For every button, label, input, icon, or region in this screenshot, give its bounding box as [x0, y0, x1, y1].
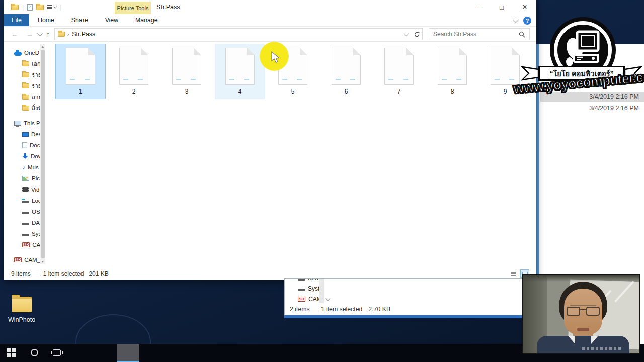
image-file-icon: [438, 48, 467, 85]
window-body: OneD เอกส รายก รายก สาธา สิ่งที This P D…: [4, 41, 536, 267]
sidebar-item-os-drive[interactable]: OS (: [4, 206, 41, 217]
sd-card-icon: SD: [298, 297, 305, 302]
drive-icon: [298, 278, 305, 281]
refresh-button[interactable]: [411, 29, 422, 40]
presenter-glasses: [567, 307, 600, 317]
sidebar-item-data-drive[interactable]: DAT: [4, 217, 41, 228]
fragment-item-cam[interactable]: SDCAM: [298, 296, 330, 303]
sidebar-item-cam-sd[interactable]: SDCAM: [4, 239, 41, 250]
sidebar-item-onedrive[interactable]: OneD: [4, 47, 41, 58]
task-view-icon[interactable]: [53, 349, 61, 356]
file-item-3[interactable]: 3: [162, 44, 212, 99]
tab-view[interactable]: View: [97, 14, 127, 26]
details-view-button[interactable]: [509, 269, 518, 278]
tab-file[interactable]: File: [4, 14, 29, 26]
sidebar-item-local-disk[interactable]: Loca: [4, 195, 41, 206]
sidebar-item-folder[interactable]: รายก: [4, 69, 41, 80]
picture-tools-contextual-tab[interactable]: Picture Tools: [115, 2, 151, 14]
music-icon: ♪: [22, 164, 25, 170]
sidebar-scrollbar[interactable]: ▲ ▼: [40, 44, 45, 264]
properties-icon[interactable]: [27, 4, 33, 11]
address-bar[interactable]: › Str.Pass: [54, 28, 423, 40]
selection-count: 1 item selected: [43, 270, 84, 277]
sidebar-item-pictures[interactable]: Pict: [4, 173, 41, 184]
videos-icon: [22, 187, 29, 192]
sidebar-item-folder[interactable]: สาธา: [4, 92, 41, 103]
start-button[interactable]: [7, 348, 16, 357]
search-box[interactable]: [429, 28, 530, 40]
sidebar-item-system-drive[interactable]: Syst: [4, 228, 41, 239]
drive-icon: [22, 234, 29, 236]
customize-qat-button[interactable]: [47, 5, 56, 9]
recent-locations-button[interactable]: [37, 27, 41, 42]
cortana-search-icon[interactable]: [31, 349, 38, 356]
sd-card-icon: SD: [22, 242, 30, 247]
scroll-down-icon[interactable]: ▼: [40, 259, 45, 264]
taskbar-app-button[interactable]: [117, 344, 139, 362]
sidebar-item-cam-sd-root[interactable]: SDCAM_: [4, 254, 41, 265]
sidebar-item-this-pc[interactable]: This P: [4, 118, 41, 129]
desktop-folder-winphoto[interactable]: WinPhoto: [4, 297, 39, 323]
folder-icon: [22, 95, 29, 100]
forward-button[interactable]: →: [26, 27, 33, 42]
fragment-scrollbar[interactable]: [319, 279, 324, 305]
sd-card-icon: SD: [14, 257, 22, 262]
sidebar-item-desktop[interactable]: Desk: [4, 129, 41, 140]
file-item-8[interactable]: 8: [427, 44, 477, 99]
close-button[interactable]: ×: [513, 0, 536, 14]
image-file-icon: [332, 48, 361, 85]
ribbon-tab-row: File Home Share View Manage ?: [4, 14, 536, 27]
selection-size: 201 KB: [89, 270, 108, 277]
local-disk-icon: [22, 201, 29, 203]
quick-access-toolbar: | |: [11, 0, 61, 14]
sidebar-item-folder[interactable]: สิ่งที: [4, 103, 41, 114]
tab-share[interactable]: Share: [63, 14, 97, 26]
mouse-cursor-icon: [271, 51, 282, 63]
file-item-4[interactable]: 4: [215, 44, 265, 99]
tab-home[interactable]: Home: [29, 14, 63, 26]
search-input[interactable]: [429, 31, 519, 38]
refresh-icon: [414, 31, 420, 38]
file-item-7[interactable]: 7: [374, 44, 424, 99]
back-button[interactable]: ←: [11, 27, 18, 42]
sidebar-item-music[interactable]: ♪Mus: [4, 162, 41, 173]
image-file-icon: [384, 48, 414, 85]
address-dropdown-button[interactable]: [400, 29, 411, 40]
fragment-window-border: [284, 315, 524, 318]
tab-manage[interactable]: Manage: [127, 14, 166, 26]
help-icon[interactable]: ?: [523, 17, 531, 25]
sidebar-item-downloads[interactable]: Dow: [4, 151, 41, 162]
sidebar-item-documents[interactable]: Doc: [4, 140, 41, 151]
image-file-icon: [66, 48, 95, 85]
breadcrumb[interactable]: Str.Pass: [72, 31, 400, 38]
sidebar-item-folder[interactable]: รายก: [4, 80, 41, 92]
presenter-shirt: [537, 336, 629, 354]
file-item-2[interactable]: 2: [109, 44, 159, 99]
file-list-area[interactable]: 1 2 3 4 5 6 7 8 9: [51, 41, 536, 267]
file-item-1[interactable]: 1: [55, 44, 106, 99]
minimize-button[interactable]: —: [467, 0, 490, 14]
sidebar-item-folder[interactable]: เอกส: [4, 58, 41, 69]
fragment-item-system[interactable]: Syst: [298, 285, 319, 292]
file-item-6[interactable]: 6: [321, 44, 371, 99]
sidebar-item-videos[interactable]: Vide: [4, 184, 41, 195]
chevron-down-icon: [404, 31, 409, 36]
item-count: 2 items: [290, 306, 310, 313]
breadcrumb-separator: ›: [67, 32, 69, 37]
scroll-up-icon[interactable]: ▲: [40, 44, 45, 49]
window-controls: — □ ×: [467, 0, 536, 14]
title-bar: | | Picture Tools Str.Pass — □ ×: [4, 0, 536, 14]
collapse-ribbon-icon[interactable]: [513, 17, 519, 22]
folder-icon: [22, 61, 29, 66]
scrollbar-thumb[interactable]: [41, 50, 45, 258]
fragment-item-data[interactable]: DAT: [298, 278, 319, 282]
maximize-button[interactable]: □: [490, 0, 513, 14]
presenter-mouth: [577, 328, 589, 331]
up-button[interactable]: ↑: [46, 27, 50, 42]
ribbon-right-controls: ?: [513, 14, 531, 27]
chevron-down-icon: [54, 5, 57, 8]
search-icon: [519, 31, 525, 38]
chevron-down-icon: [37, 31, 43, 36]
new-folder-icon[interactable]: [36, 5, 44, 10]
image-file-icon: [172, 48, 201, 85]
